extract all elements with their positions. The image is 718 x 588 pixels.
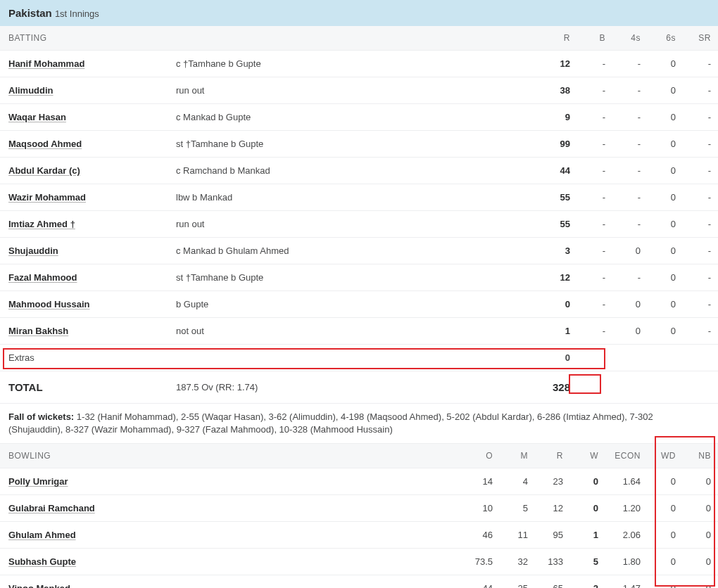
wides: 0 (648, 575, 683, 588)
strike-rate: - (683, 77, 718, 104)
runs: 0 (542, 291, 577, 318)
runs: 99 (542, 131, 577, 158)
player-link[interactable]: Subhash Gupte (8, 556, 76, 567)
player-link[interactable]: Maqsood Ahmed (8, 139, 82, 149)
player-link[interactable]: Shujauddin (8, 245, 58, 256)
runs: 55 (542, 211, 577, 238)
wides: 0 (648, 468, 683, 495)
col-m: M (500, 444, 535, 468)
player-link[interactable]: Waqar Hasan (8, 112, 66, 122)
balls: - (577, 158, 612, 184)
fow-label: Fall of wickets: (8, 411, 74, 422)
wides: 0 (648, 522, 683, 549)
maidens: 11 (500, 522, 535, 549)
fours: 0 (612, 318, 648, 345)
bowling-table: BOWLING O M R W ECON WD NB Polly Umrigar… (0, 444, 718, 588)
player-link[interactable]: Wazir Mohammad (8, 192, 86, 203)
dismissal: c Mankad b Ghulam Ahmed (169, 238, 542, 264)
table-row: Wazir Mohammadlbw b Mankad55--0- (0, 184, 718, 211)
bowling-header-row: BOWLING O M R W ECON WD NB (0, 444, 718, 468)
wides: 0 (648, 495, 683, 522)
economy: 2.06 (605, 522, 648, 549)
wickets: 2 (570, 575, 605, 588)
balls: - (577, 131, 612, 158)
player-link[interactable]: Fazal Mahmood (8, 272, 77, 283)
player-link[interactable]: Polly Umrigar (8, 476, 68, 487)
economy: 1.80 (605, 549, 648, 575)
dismissal: st †Tamhane b Gupte (169, 131, 542, 158)
wides: 0 (648, 549, 683, 575)
no-balls: 0 (683, 468, 718, 495)
total-label: TOTAL (0, 371, 169, 404)
table-row: Polly Umrigar1442301.6400 (0, 468, 718, 495)
player-link[interactable]: Alimuddin (8, 85, 53, 96)
balls: - (577, 318, 612, 345)
table-row: Vinoo Mankad44256521.4700 (0, 575, 718, 588)
runs: 12 (542, 51, 577, 77)
balls: - (577, 264, 612, 291)
dismissal: run out (169, 211, 542, 238)
runs-conceded: 65 (535, 575, 570, 588)
table-row: Maqsood Ahmedst †Tamhane b Gupte99--0- (0, 131, 718, 158)
strike-rate: - (683, 211, 718, 238)
runs-conceded: 95 (535, 522, 570, 549)
sixes: 0 (648, 131, 683, 158)
batting-header-label: BATTING (0, 26, 169, 51)
table-row: Mahmood Hussainb Gupte0-00- (0, 291, 718, 318)
wickets: 1 (570, 522, 605, 549)
table-row: Subhash Gupte73.53213351.8000 (0, 549, 718, 575)
col-sr: SR (683, 26, 718, 51)
sixes: 0 (648, 51, 683, 77)
player-link[interactable]: Imtiaz Ahmed † (8, 219, 75, 229)
team-name: Pakistan (8, 7, 52, 19)
player-link[interactable]: Ghulam Ahmed (8, 530, 76, 540)
economy: 1.64 (605, 468, 648, 495)
dismissal: lbw b Mankad (169, 184, 542, 211)
balls: - (577, 291, 612, 318)
balls: - (577, 238, 612, 264)
table-row: Alimuddinrun out38--0- (0, 77, 718, 104)
table-row: Ghulam Ahmed46119512.0600 (0, 522, 718, 549)
fours: - (612, 211, 648, 238)
player-link[interactable]: Vinoo Mankad (8, 583, 70, 588)
table-row: Gulabrai Ramchand1051201.2000 (0, 495, 718, 522)
strike-rate: - (683, 318, 718, 345)
maidens: 5 (500, 495, 535, 522)
fours: - (612, 184, 648, 211)
runs-conceded: 23 (535, 468, 570, 495)
col-w: W (570, 444, 605, 468)
table-row: Hanif Mohammadc †Tamhane b Gupte12--0- (0, 51, 718, 77)
strike-rate: - (683, 184, 718, 211)
player-link[interactable]: Hanif Mohammad (8, 58, 84, 69)
col-b: B (577, 26, 612, 51)
fours: - (612, 264, 648, 291)
strike-rate: - (683, 131, 718, 158)
maidens: 25 (500, 575, 535, 588)
innings-label: 1st Innings (55, 8, 99, 19)
extras-runs: 0 (542, 345, 577, 371)
strike-rate: - (683, 158, 718, 184)
player-link[interactable]: Gulabrai Ramchand (8, 503, 95, 513)
extras-label: Extras (0, 345, 169, 371)
extras-row: Extras0 (0, 345, 718, 371)
player-link[interactable]: Abdul Kardar (c) (8, 165, 80, 176)
sixes: 0 (648, 77, 683, 104)
runs-conceded: 12 (535, 495, 570, 522)
player-link[interactable]: Miran Bakhsh (8, 326, 68, 336)
wickets: 0 (570, 468, 605, 495)
table-row: Shujauddinc Mankad b Ghulam Ahmed3-00- (0, 238, 718, 264)
balls: - (577, 51, 612, 77)
fours: - (612, 77, 648, 104)
wickets: 0 (570, 495, 605, 522)
sixes: 0 (648, 264, 683, 291)
runs: 38 (542, 77, 577, 104)
total-runs: 328 (542, 371, 577, 404)
sixes: 0 (648, 318, 683, 345)
no-balls: 0 (683, 575, 718, 588)
table-row: Abdul Kardar (c)c Ramchand b Mankad44--0… (0, 158, 718, 184)
sixes: 0 (648, 291, 683, 318)
strike-rate: - (683, 264, 718, 291)
strike-rate: - (683, 238, 718, 264)
no-balls: 0 (683, 495, 718, 522)
player-link[interactable]: Mahmood Hussain (8, 299, 90, 309)
